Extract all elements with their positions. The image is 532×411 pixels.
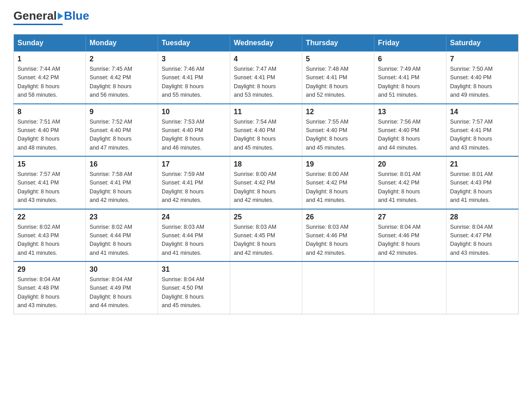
day-number: 30	[90, 265, 154, 274]
weekday-header-monday: Monday	[86, 34, 158, 52]
calendar-week-row: 22Sunrise: 8:02 AMSunset: 4:43 PMDayligh…	[14, 209, 519, 262]
day-number: 5	[306, 55, 370, 63]
calendar-cell: 3Sunrise: 7:46 AMSunset: 4:41 PMDaylight…	[158, 51, 230, 104]
day-info: Sunrise: 8:01 AMSunset: 4:43 PMDaylight:…	[450, 170, 515, 205]
day-info: Sunrise: 7:55 AMSunset: 4:40 PMDaylight:…	[306, 118, 370, 153]
day-info: Sunrise: 8:03 AMSunset: 4:46 PMDaylight:…	[306, 223, 370, 258]
calendar-cell: 18Sunrise: 8:00 AMSunset: 4:42 PMDayligh…	[230, 156, 302, 209]
day-info: Sunrise: 7:44 AMSunset: 4:42 PMDaylight:…	[17, 65, 82, 100]
calendar-cell: 23Sunrise: 8:02 AMSunset: 4:44 PMDayligh…	[86, 209, 158, 262]
logo: General Blue	[13, 9, 89, 25]
weekday-header-wednesday: Wednesday	[230, 34, 302, 52]
calendar-cell: 28Sunrise: 8:04 AMSunset: 4:47 PMDayligh…	[446, 209, 519, 262]
day-number: 25	[234, 213, 298, 221]
calendar-cell	[446, 261, 519, 314]
weekday-header-thursday: Thursday	[302, 34, 374, 52]
day-number: 23	[90, 213, 154, 221]
day-info: Sunrise: 8:01 AMSunset: 4:42 PMDaylight:…	[378, 170, 442, 205]
calendar-cell: 4Sunrise: 7:47 AMSunset: 4:41 PMDaylight…	[230, 51, 302, 104]
day-info: Sunrise: 7:57 AMSunset: 4:41 PMDaylight:…	[17, 170, 82, 205]
calendar-cell: 17Sunrise: 7:59 AMSunset: 4:41 PMDayligh…	[158, 156, 230, 209]
day-number: 29	[17, 265, 82, 274]
day-info: Sunrise: 8:03 AMSunset: 4:44 PMDaylight:…	[162, 223, 226, 258]
day-info: Sunrise: 7:52 AMSunset: 4:40 PMDaylight:…	[90, 118, 154, 153]
day-info: Sunrise: 8:02 AMSunset: 4:43 PMDaylight:…	[17, 223, 82, 258]
day-number: 13	[378, 108, 442, 116]
day-info: Sunrise: 8:00 AMSunset: 4:42 PMDaylight:…	[306, 170, 370, 205]
calendar-cell: 8Sunrise: 7:51 AMSunset: 4:40 PMDaylight…	[14, 104, 86, 157]
day-number: 3	[162, 55, 226, 63]
calendar-cell: 31Sunrise: 8:04 AMSunset: 4:50 PMDayligh…	[158, 261, 230, 314]
day-info: Sunrise: 7:57 AMSunset: 4:41 PMDaylight:…	[450, 118, 515, 153]
day-number: 9	[90, 108, 154, 116]
calendar-week-row: 8Sunrise: 7:51 AMSunset: 4:40 PMDaylight…	[14, 104, 519, 157]
day-number: 18	[234, 160, 298, 168]
page-header: General Blue	[13, 9, 519, 25]
calendar-cell: 21Sunrise: 8:01 AMSunset: 4:43 PMDayligh…	[446, 156, 519, 209]
calendar-cell: 25Sunrise: 8:03 AMSunset: 4:45 PMDayligh…	[230, 209, 302, 262]
weekday-header-row: SundayMondayTuesdayWednesdayThursdayFrid…	[14, 34, 519, 52]
calendar-table: SundayMondayTuesdayWednesdayThursdayFrid…	[13, 34, 519, 314]
calendar-cell: 20Sunrise: 8:01 AMSunset: 4:42 PMDayligh…	[374, 156, 446, 209]
day-number: 12	[306, 108, 370, 116]
day-info: Sunrise: 8:02 AMSunset: 4:44 PMDaylight:…	[90, 223, 154, 258]
day-number: 16	[90, 160, 154, 168]
calendar-cell: 13Sunrise: 7:56 AMSunset: 4:40 PMDayligh…	[374, 104, 446, 157]
calendar-cell: 22Sunrise: 8:02 AMSunset: 4:43 PMDayligh…	[14, 209, 86, 262]
day-number: 6	[378, 55, 442, 63]
calendar-week-row: 15Sunrise: 7:57 AMSunset: 4:41 PMDayligh…	[14, 156, 519, 209]
logo-text: General Blue	[13, 9, 89, 23]
day-info: Sunrise: 7:46 AMSunset: 4:41 PMDaylight:…	[162, 65, 226, 100]
calendar-cell	[302, 261, 374, 314]
day-info: Sunrise: 7:45 AMSunset: 4:42 PMDaylight:…	[90, 65, 154, 100]
day-info: Sunrise: 7:48 AMSunset: 4:41 PMDaylight:…	[306, 65, 370, 100]
day-number: 17	[162, 160, 226, 168]
day-info: Sunrise: 8:04 AMSunset: 4:47 PMDaylight:…	[450, 223, 515, 258]
calendar-cell: 10Sunrise: 7:53 AMSunset: 4:40 PMDayligh…	[158, 104, 230, 157]
calendar-cell: 26Sunrise: 8:03 AMSunset: 4:46 PMDayligh…	[302, 209, 374, 262]
day-number: 2	[90, 55, 154, 63]
calendar-cell: 2Sunrise: 7:45 AMSunset: 4:42 PMDaylight…	[86, 51, 158, 104]
day-number: 27	[378, 213, 442, 221]
day-info: Sunrise: 7:50 AMSunset: 4:40 PMDaylight:…	[450, 65, 515, 100]
day-info: Sunrise: 8:03 AMSunset: 4:45 PMDaylight:…	[234, 223, 298, 258]
weekday-header-tuesday: Tuesday	[158, 34, 230, 52]
day-info: Sunrise: 7:51 AMSunset: 4:40 PMDaylight:…	[17, 118, 82, 153]
day-number: 10	[162, 108, 226, 116]
day-info: Sunrise: 8:04 AMSunset: 4:50 PMDaylight:…	[162, 275, 226, 310]
calendar-cell: 30Sunrise: 8:04 AMSunset: 4:49 PMDayligh…	[86, 261, 158, 314]
logo-underline	[13, 24, 63, 25]
calendar-cell: 15Sunrise: 7:57 AMSunset: 4:41 PMDayligh…	[14, 156, 86, 209]
day-info: Sunrise: 8:00 AMSunset: 4:42 PMDaylight:…	[234, 170, 298, 205]
day-info: Sunrise: 7:53 AMSunset: 4:40 PMDaylight:…	[162, 118, 226, 153]
day-info: Sunrise: 8:04 AMSunset: 4:46 PMDaylight:…	[378, 223, 442, 258]
calendar-cell	[374, 261, 446, 314]
calendar-week-row: 1Sunrise: 7:44 AMSunset: 4:42 PMDaylight…	[14, 51, 519, 104]
day-info: Sunrise: 8:04 AMSunset: 4:49 PMDaylight:…	[90, 275, 154, 310]
calendar-cell	[230, 261, 302, 314]
day-info: Sunrise: 7:56 AMSunset: 4:40 PMDaylight:…	[378, 118, 442, 153]
day-info: Sunrise: 7:47 AMSunset: 4:41 PMDaylight:…	[234, 65, 298, 100]
logo-blue: Blue	[64, 9, 89, 23]
day-number: 24	[162, 213, 226, 221]
calendar-cell: 29Sunrise: 8:04 AMSunset: 4:48 PMDayligh…	[14, 261, 86, 314]
logo-general: General	[13, 9, 57, 23]
calendar-cell: 11Sunrise: 7:54 AMSunset: 4:40 PMDayligh…	[230, 104, 302, 157]
day-number: 4	[234, 55, 298, 63]
calendar-cell: 19Sunrise: 8:00 AMSunset: 4:42 PMDayligh…	[302, 156, 374, 209]
day-number: 22	[17, 213, 82, 221]
calendar-cell: 14Sunrise: 7:57 AMSunset: 4:41 PMDayligh…	[446, 104, 519, 157]
day-number: 11	[234, 108, 298, 116]
day-number: 21	[450, 160, 515, 168]
day-number: 14	[450, 108, 515, 116]
day-info: Sunrise: 7:58 AMSunset: 4:41 PMDaylight:…	[90, 170, 154, 205]
day-number: 8	[17, 108, 82, 116]
day-info: Sunrise: 8:04 AMSunset: 4:48 PMDaylight:…	[17, 275, 82, 310]
calendar-cell: 6Sunrise: 7:49 AMSunset: 4:41 PMDaylight…	[374, 51, 446, 104]
calendar-cell: 24Sunrise: 8:03 AMSunset: 4:44 PMDayligh…	[158, 209, 230, 262]
day-number: 15	[17, 160, 82, 168]
weekday-header-saturday: Saturday	[446, 34, 519, 52]
day-number: 7	[450, 55, 515, 63]
day-info: Sunrise: 7:54 AMSunset: 4:40 PMDaylight:…	[234, 118, 298, 153]
calendar-cell: 9Sunrise: 7:52 AMSunset: 4:40 PMDaylight…	[86, 104, 158, 157]
